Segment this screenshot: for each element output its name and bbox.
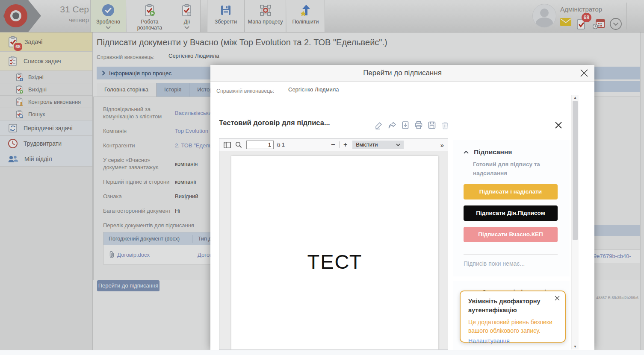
toolbar-separator [339, 141, 340, 148]
clipboard-play-icon [144, 4, 156, 17]
sidebar-item-execution-control[interactable]: Контроль виконання [0, 96, 92, 108]
calendar-clock-icon[interactable] [593, 18, 606, 29]
save-button[interactable]: Зберегти [207, 0, 245, 32]
counterparty-link[interactable]: 2. ТОВ "Едель [175, 142, 212, 149]
clipboard-check-icon [181, 4, 193, 17]
instance-id-text: 48857 R.5fb3fbd2b2f8b6 [596, 296, 638, 300]
top-toolbar: 31 Сер четвер Зроблено [0, 0, 644, 32]
right-section-header-fragment [594, 81, 640, 92]
viewer-close-icon[interactable] [554, 121, 563, 129]
signing-modal: Перейти до підписання Справжній виконаве… [210, 65, 594, 350]
chevron-circle-down-icon[interactable] [609, 18, 622, 30]
sidebar-item-tasks[interactable]: Задачі 68 [0, 32, 92, 52]
tab-main-page[interactable]: Головна сторінка [97, 83, 157, 97]
document-title: Тестовий договір для підписа... [219, 119, 360, 127]
document-file-link[interactable]: Договір.docx [117, 252, 150, 258]
sign-diia-button[interactable]: Підписати Дія.Підписом [464, 205, 558, 221]
save-version-icon[interactable] [428, 121, 436, 129]
sign-and-send-button[interactable]: Підписати і надіслати [464, 184, 558, 200]
sidebar-item-search[interactable]: Пошук [0, 108, 92, 120]
toolbar-separator [626, 3, 627, 29]
sidebar-item-inbox[interactable]: Вхідні [0, 71, 92, 83]
no-signatures-text: Підписів поки немає... [464, 260, 525, 267]
task-list-icon [8, 56, 18, 67]
scrollbar-thumb[interactable] [573, 101, 578, 240]
paperclip-icon [109, 251, 115, 258]
print-icon[interactable] [414, 121, 423, 129]
scroll-up-icon[interactable]: ▲ [572, 96, 579, 100]
done-button[interactable]: Зроблено [90, 0, 126, 32]
sidebar-item-outbox[interactable]: Вихідні [0, 83, 92, 96]
modal-scrollbar[interactable]: ▲ ▼ [571, 95, 579, 349]
uploader-value: компанія [175, 161, 198, 167]
scroll-down-icon[interactable]: ▼ [572, 345, 579, 349]
footer-strip [0, 350, 644, 355]
toast-title: Увімкніть двофакторну аутентифікацію [468, 297, 549, 315]
toast-close-icon[interactable] [554, 295, 560, 301]
page-scrollbar[interactable] [640, 32, 644, 355]
toast-settings-link[interactable]: Налаштування [468, 337, 557, 344]
improve-button[interactable]: Поліпшити [287, 0, 325, 32]
more-tools-icon[interactable]: » [440, 141, 443, 149]
work-started-button[interactable]: Робота розпочата [128, 0, 171, 32]
done-check-icon [102, 4, 115, 17]
toast-body-text: Це додатковий рівень безпеки вашого облі… [468, 318, 557, 335]
document-actions [375, 121, 449, 129]
sidebar-item-task-list[interactable]: Список задач [0, 52, 92, 71]
pdf-search-icon[interactable] [235, 141, 242, 148]
share-icon[interactable] [388, 121, 396, 129]
actions-button[interactable]: Дії [174, 0, 199, 32]
zoom-mode-select[interactable]: Вмістити [352, 141, 404, 149]
sidebar-toggle-icon[interactable] [224, 142, 231, 148]
pdf-page: ТЕСТ [231, 156, 438, 349]
pdf-canvas-area: ТЕСТ [219, 151, 448, 349]
sidebar-item-periodic-tasks[interactable]: Періодичні задачі [0, 120, 92, 136]
notifications-badge: 68 [582, 13, 591, 22]
process-map-button[interactable]: Мапа процесу [245, 0, 286, 32]
inbox-clipboard-icon [15, 73, 24, 82]
modal-executor-row: Справжній виконавець: Сергієнко Людмила [216, 87, 387, 94]
document-id-link-fragment[interactable]: 9e7679b-cb40-4417-8 [594, 249, 640, 263]
mail-icon[interactable] [560, 18, 571, 26]
page-number-input[interactable] [246, 141, 274, 149]
flag-value: Вихідний [175, 193, 198, 200]
arrow-up-star-icon [299, 4, 312, 17]
modal-title: Перейти до підписання [210, 65, 594, 81]
zoom-out-icon[interactable]: − [331, 141, 335, 149]
executor-row: Справжній виконавець: Сергієнко Людмила [97, 53, 310, 61]
responsible-link[interactable]: Васильківський [175, 110, 215, 116]
delete-trash-icon [441, 121, 449, 129]
signing-status-text: Готовий для підпису та надсилання [473, 160, 558, 178]
tab-history[interactable]: Історія [157, 83, 189, 97]
pdf-viewer: із 1 − + Вмістити » ТЕСТ [219, 138, 448, 350]
people-icon [8, 154, 19, 164]
sign-vchasno-kep-button[interactable]: Підписати Вчасно.КЕП [464, 227, 558, 242]
search-clipboard-icon [15, 110, 24, 119]
go-to-signing-button[interactable]: Перейти до підписання [97, 280, 160, 291]
pdf-page-text: ТЕСТ [231, 250, 438, 273]
page-title: Підписати документи у Вчасно (між Top Ev… [97, 38, 387, 47]
control-clipboard-icon [15, 97, 24, 106]
chevron-down-icon [396, 144, 400, 146]
zoom-in-icon[interactable]: + [343, 141, 347, 149]
page-total-label: із 1 [277, 142, 285, 148]
two-factor-toast: Увімкніть двофакторну аутентифікацію Це … [460, 290, 566, 343]
company-link[interactable]: Top Evolution [175, 128, 208, 134]
tasks-badge: 68 [13, 42, 23, 52]
sidebar-item-my-department[interactable]: Мій відділ [0, 151, 92, 167]
sidebar-item-time-tracking[interactable]: Трудовитрати [0, 136, 92, 151]
app-logo-icon[interactable] [0, 0, 44, 32]
application-window: 31 Сер четвер Зроблено [0, 0, 644, 355]
modal-close-icon[interactable] [579, 68, 589, 78]
current-date: 31 Сер четвер [41, 4, 89, 23]
outbox-clipboard-icon [15, 85, 24, 94]
user-avatar[interactable] [532, 4, 556, 28]
right-table-header-fragment [594, 225, 640, 236]
modal-header: Перейти до підписання [210, 65, 594, 82]
recurring-icon [8, 123, 18, 133]
sidebar-nav: Задачі 68 Список задач [0, 32, 93, 355]
download-icon[interactable] [401, 121, 410, 129]
chevron-up-icon [464, 151, 469, 154]
edit-pencil-icon[interactable] [375, 121, 383, 129]
signing-section-header[interactable]: Підписання [464, 148, 512, 156]
